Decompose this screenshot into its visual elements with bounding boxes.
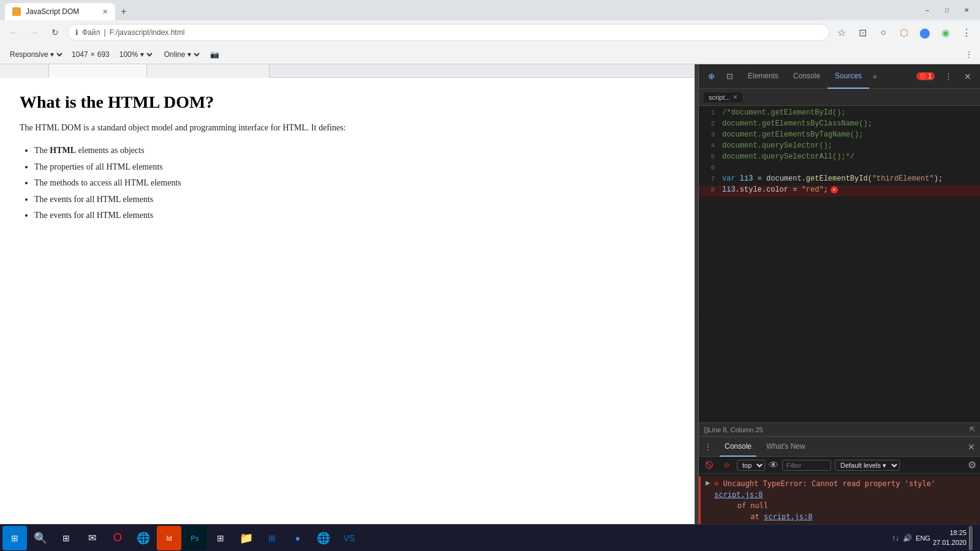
console-stop-icon[interactable]: ⊝ xyxy=(720,459,733,472)
code-line-8: 8 li3.style.color = "red";✕ xyxy=(699,186,980,197)
error-detail: of null xyxy=(714,501,768,510)
close-button[interactable]: ✕ xyxy=(958,3,975,18)
taskbar-chrome-icon[interactable]: ● xyxy=(285,526,310,550)
maximize-button[interactable]: □ xyxy=(938,3,956,18)
console-levels-selector[interactable]: Default levels ▾ xyxy=(835,460,900,471)
list-item: The events for all HTML elements xyxy=(34,192,675,208)
source-file-tab[interactable]: script... ✕ xyxy=(704,92,742,102)
extension-icon[interactable]: ⬡ xyxy=(895,24,913,41)
back-button[interactable]: ← xyxy=(5,24,22,41)
device-selector[interactable]: Responsive ▾ xyxy=(7,50,64,59)
line-number: 7 xyxy=(701,174,715,182)
list-item: The events for all HTML elements xyxy=(34,208,675,224)
list-item: The methods to access all HTML elements xyxy=(34,175,675,192)
speaker-tray-icon[interactable]: 🔊 xyxy=(903,534,912,542)
error-expand-icon[interactable]: ▶ xyxy=(706,479,710,486)
console-options-icon[interactable]: ⋮ xyxy=(704,442,712,452)
address-bar-input[interactable]: ℹ Файл | F:/javascript/index.html xyxy=(67,24,829,41)
extra-extension-icon[interactable]: ◉ xyxy=(937,24,954,41)
taskbar-start-button[interactable]: ⊞ xyxy=(2,526,27,550)
error-location-link[interactable]: script.js:8 xyxy=(714,490,763,499)
tab-console[interactable]: Console xyxy=(786,64,827,89)
cast-icon[interactable]: ⊡ xyxy=(854,24,871,41)
taskbar-id-icon[interactable]: Id xyxy=(157,526,181,550)
viewport-width: 1047 xyxy=(72,50,88,59)
page-title: What is the HTML DOM? xyxy=(20,92,675,112)
minimize-button[interactable]: – xyxy=(919,3,936,18)
taskbar-edge-icon[interactable]: 🌐 xyxy=(131,526,156,550)
lang-indicator[interactable]: ENG xyxy=(916,534,930,542)
taskbar-cmd-icon[interactable]: ⊞ xyxy=(208,526,233,550)
forward-button[interactable]: → xyxy=(26,24,43,41)
devtools-settings-icon[interactable]: ⋮ xyxy=(940,68,957,85)
address-bar: ← → ↻ ℹ Файл | F:/javascript/index.html … xyxy=(0,20,980,45)
browser-body: What is the HTML DOM? The HTML DOM is a … xyxy=(0,64,980,551)
tab-close-button[interactable]: ✕ xyxy=(102,8,108,16)
taskbar-ps-icon[interactable]: Ps xyxy=(183,526,207,550)
tab-elements[interactable]: Elements xyxy=(741,64,786,89)
security-icon: ℹ xyxy=(75,28,78,37)
console-clear-icon[interactable]: 🚫 xyxy=(703,459,716,472)
taskbar-opera-icon[interactable]: O xyxy=(105,526,130,550)
list-item: The HTML elements as objects xyxy=(34,143,675,159)
source-tab-close[interactable]: ✕ xyxy=(733,94,737,100)
console-close-button[interactable]: ✕ xyxy=(968,442,975,452)
page-list: The HTML elements as objects The propert… xyxy=(34,143,675,224)
camera-icon[interactable]: 📷 xyxy=(209,48,221,61)
source-filename: script... xyxy=(709,94,730,101)
console-context-selector[interactable]: top xyxy=(737,460,765,471)
active-tab[interactable]: JavaScript DOM ✕ xyxy=(5,3,115,20)
sources-status-bar: {} Line 8, Column 25 ⇱ xyxy=(699,422,980,436)
line-number: 5 xyxy=(701,152,715,160)
console-header: ⋮ Console What's New ✕ xyxy=(699,437,980,457)
error-badge: 🔴 1 xyxy=(916,72,935,80)
taskbar-search-icon[interactable]: 🔍 xyxy=(28,526,53,550)
bookmark-star-icon[interactable]: ☆ xyxy=(833,24,850,41)
line-number: 1 xyxy=(701,108,715,116)
show-desktop-button[interactable] xyxy=(969,526,973,550)
line-code: var li3 = document.getElementById("third… xyxy=(722,174,943,183)
url-path: F:/javascript/index.html xyxy=(110,28,185,37)
code-line-5: 5 document.querySelectorAll();*/ xyxy=(699,152,980,163)
taskbar-mail-icon[interactable]: ✉ xyxy=(80,526,104,550)
device-toggle-icon[interactable]: ⊡ xyxy=(721,68,738,85)
clock-date: 27.01.2020 xyxy=(933,538,967,547)
error-content: ⊗ Uncaught TypeError: Cannot read proper… xyxy=(714,478,975,522)
line-number: 6 xyxy=(701,163,715,171)
chrome-icon[interactable]: ⬤ xyxy=(916,24,933,41)
console-filter-input[interactable] xyxy=(782,460,831,471)
url-protocol: Файл xyxy=(82,28,100,37)
console-eye-icon[interactable]: 👁 xyxy=(769,460,778,471)
code-line-2: 2 document.getElementsByClassName(); xyxy=(699,119,980,130)
console-settings-icon[interactable]: ⚙ xyxy=(968,459,976,471)
responsive-toolbar: Responsive ▾ 1047 × 693 100% ▾ Online ▾ … xyxy=(0,45,980,64)
taskbar: ⊞ 🔍 ⊞ ✉ O 🌐 Id Ps ⊞ 📁 ⊞ ● 🌐 VS ↑↓ 🔊 ENG … xyxy=(0,524,980,551)
inspect-element-icon[interactable]: ⊕ xyxy=(703,68,720,85)
taskbar-ie-icon[interactable]: 🌐 xyxy=(311,526,336,550)
profile-icon[interactable]: ○ xyxy=(875,24,892,41)
taskbar-vscode-icon[interactable]: VS xyxy=(337,526,361,550)
list-item: The properties of all HTML elements xyxy=(34,159,675,176)
line-code: document.querySelectorAll();*/ xyxy=(722,152,854,161)
zoom-selector[interactable]: 100% ▾ xyxy=(117,50,154,59)
taskbar-explorer-icon[interactable]: 📁 xyxy=(234,526,258,550)
devtools-more-tabs[interactable]: » xyxy=(869,72,881,81)
console-tab-console[interactable]: Console xyxy=(720,437,756,457)
network-selector[interactable]: Online ▾ xyxy=(162,50,202,59)
devtools-close-button[interactable]: ✕ xyxy=(959,68,976,85)
menu-button[interactable]: ⋮ xyxy=(958,24,975,41)
code-editor: 1 /*document.getElementById(); 2 documen… xyxy=(699,106,980,422)
error-stack-link[interactable]: script.js:8 xyxy=(764,512,812,521)
taskbar-clock[interactable]: 18:25 27.01.2020 xyxy=(933,528,967,547)
new-tab-button[interactable]: + xyxy=(115,3,132,20)
network-tray-icon[interactable]: ↑↓ xyxy=(892,534,899,542)
tab-sources[interactable]: Sources xyxy=(827,64,869,89)
taskbar-taskview-icon[interactable]: ⊞ xyxy=(54,526,78,550)
responsive-more-button[interactable]: ⋮ xyxy=(965,50,973,59)
console-tab-whatsnew[interactable]: What's New xyxy=(761,437,810,457)
url-separator: | xyxy=(104,28,106,37)
pretty-print-button[interactable]: {} xyxy=(704,426,708,433)
taskbar-store-icon[interactable]: ⊞ xyxy=(260,526,284,550)
reload-button[interactable]: ↻ xyxy=(47,24,64,41)
error-indicator: ✕ xyxy=(831,186,838,193)
